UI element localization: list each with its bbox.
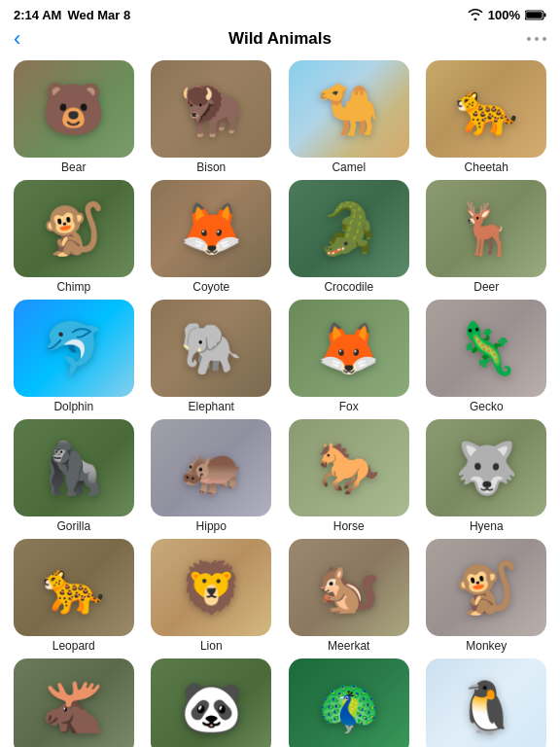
back-button[interactable]: ‹ — [14, 28, 20, 50]
animal-grid: 🐻Bear🦬Bison🐪Camel🐆Cheetah🐒Chimp🦊Coyote🐊C… — [0, 56, 560, 747]
time-label: 2:14 AM — [14, 8, 61, 22]
animal-image-camel: 🐪 — [289, 60, 409, 158]
animal-image-deer: 🦌 — [426, 180, 546, 277]
animal-item-crocodile[interactable]: 🐊Crocodile — [283, 180, 415, 294]
animal-image-monkey: 🐒 — [426, 539, 546, 636]
dot1 — [527, 37, 531, 41]
animal-item-bison[interactable]: 🦬Bison — [146, 60, 278, 174]
animal-emoji-gorilla: 🦍 — [42, 443, 105, 493]
animal-item-peacock[interactable]: 🦚Peacock — [283, 658, 415, 747]
animal-image-moose: 🫎 — [14, 658, 134, 747]
animal-item-meerkat[interactable]: 🐿️Meerkat — [283, 539, 415, 653]
animal-emoji-dolphin: 🐬 — [42, 323, 105, 374]
animal-item-monkey[interactable]: 🐒Monkey — [421, 539, 553, 653]
animal-label-horse: Horse — [333, 519, 365, 533]
animal-label-bison: Bison — [196, 160, 226, 174]
animal-image-leopard: 🐆 — [14, 539, 134, 636]
animal-emoji-cheetah: 🐆 — [455, 84, 518, 134]
animal-label-dolphin: Dolphin — [53, 400, 93, 413]
animal-label-chimp: Chimp — [56, 280, 90, 294]
status-right: 100% — [468, 8, 546, 22]
animal-emoji-bear: 🐻 — [42, 84, 105, 134]
nav-bar: ‹ Wild Animals — [0, 27, 560, 56]
animal-item-dolphin[interactable]: 🐬Dolphin — [8, 300, 140, 413]
date-label: Wed Mar 8 — [67, 8, 130, 22]
animal-item-chimp[interactable]: 🐒Chimp — [8, 180, 140, 294]
animal-emoji-horse: 🐎 — [317, 443, 380, 493]
animal-item-camel[interactable]: 🐪Camel — [283, 60, 415, 174]
animal-emoji-camel: 🐪 — [317, 84, 380, 134]
animal-label-hyena: Hyena — [470, 519, 504, 533]
animal-image-chimp: 🐒 — [14, 180, 134, 277]
animal-item-horse[interactable]: 🐎Horse — [283, 419, 415, 533]
animal-image-lion: 🦁 — [151, 539, 271, 636]
animal-image-hyena: 🐺 — [426, 419, 546, 516]
animal-label-gorilla: Gorilla — [56, 519, 90, 533]
animal-emoji-peacock: 🦚 — [317, 682, 380, 732]
animal-image-coyote: 🦊 — [151, 180, 271, 277]
animal-label-gecko: Gecko — [470, 400, 504, 413]
battery-icon — [525, 10, 546, 20]
animal-label-lion: Lion — [200, 639, 223, 653]
animal-label-crocodile: Crocodile — [324, 280, 373, 294]
animal-item-panda[interactable]: 🐼Panda — [146, 658, 278, 747]
animal-item-deer[interactable]: 🦌Deer — [421, 180, 553, 294]
animal-image-crocodile: 🐊 — [289, 180, 409, 277]
animal-image-hippo: 🦛 — [151, 419, 271, 516]
animal-item-gecko[interactable]: 🦎Gecko — [421, 300, 553, 413]
animal-emoji-moose: 🫎 — [42, 682, 105, 732]
animal-label-hippo: Hippo — [196, 519, 227, 533]
dot2 — [535, 37, 539, 41]
animal-item-lion[interactable]: 🦁Lion — [146, 539, 278, 653]
animal-label-fox: Fox — [339, 400, 359, 413]
animal-image-elephant: 🐘 — [151, 300, 271, 397]
animal-image-peacock: 🦚 — [289, 658, 409, 747]
animal-item-moose[interactable]: 🫎Moose — [8, 658, 140, 747]
animal-image-meerkat: 🐿️ — [289, 539, 409, 636]
animal-item-fox[interactable]: 🦊Fox — [283, 300, 415, 413]
animal-label-leopard: Leopard — [52, 639, 95, 653]
animal-image-horse: 🐎 — [289, 419, 409, 516]
animal-emoji-hyena: 🐺 — [455, 443, 518, 493]
animal-label-elephant: Elephant — [189, 400, 234, 413]
animal-item-hippo[interactable]: 🦛Hippo — [146, 419, 278, 533]
dot3 — [542, 37, 546, 41]
animal-image-bison: 🦬 — [151, 60, 271, 158]
animal-label-cheetah: Cheetah — [465, 160, 508, 174]
page-title: Wild Animals — [228, 29, 332, 49]
more-options[interactable] — [527, 37, 546, 41]
animal-emoji-lion: 🦁 — [180, 562, 243, 613]
animal-label-deer: Deer — [473, 280, 499, 294]
animal-image-fox: 🦊 — [289, 300, 409, 397]
animal-emoji-hippo: 🦛 — [180, 443, 243, 493]
animal-emoji-panda: 🐼 — [180, 682, 243, 732]
animal-emoji-monkey: 🐒 — [455, 562, 518, 613]
animal-image-gorilla: 🦍 — [14, 419, 134, 516]
animal-item-bear[interactable]: 🐻Bear — [8, 60, 140, 174]
svg-rect-1 — [544, 13, 546, 17]
animal-emoji-meerkat: 🐿️ — [317, 562, 380, 613]
animal-image-gecko: 🦎 — [426, 300, 546, 397]
animal-image-dolphin: 🐬 — [14, 300, 134, 397]
animal-emoji-fox: 🦊 — [317, 323, 380, 374]
animal-label-bear: Bear — [61, 160, 86, 174]
svg-rect-2 — [526, 12, 542, 18]
animal-emoji-penguin: 🐧 — [455, 682, 518, 732]
animal-label-meerkat: Meerkat — [328, 639, 369, 653]
animal-item-penguin[interactable]: 🐧Penguin — [421, 658, 553, 747]
status-bar: 2:14 AM Wed Mar 8 100% — [0, 0, 560, 27]
wifi-icon — [468, 9, 483, 20]
animal-label-monkey: Monkey — [466, 639, 507, 653]
animal-item-hyena[interactable]: 🐺Hyena — [421, 419, 553, 533]
animal-item-gorilla[interactable]: 🦍Gorilla — [8, 419, 140, 533]
animal-emoji-gecko: 🦎 — [455, 323, 518, 374]
animal-item-cheetah[interactable]: 🐆Cheetah — [421, 60, 553, 174]
animal-item-coyote[interactable]: 🦊Coyote — [146, 180, 278, 294]
animal-image-bear: 🐻 — [14, 60, 134, 158]
animal-item-elephant[interactable]: 🐘Elephant — [146, 300, 278, 413]
status-left: 2:14 AM Wed Mar 8 — [14, 8, 130, 22]
animal-emoji-leopard: 🐆 — [42, 562, 105, 613]
animal-label-coyote: Coyote — [192, 280, 229, 294]
animal-item-leopard[interactable]: 🐆Leopard — [8, 539, 140, 653]
animal-emoji-bison: 🦬 — [180, 84, 243, 134]
